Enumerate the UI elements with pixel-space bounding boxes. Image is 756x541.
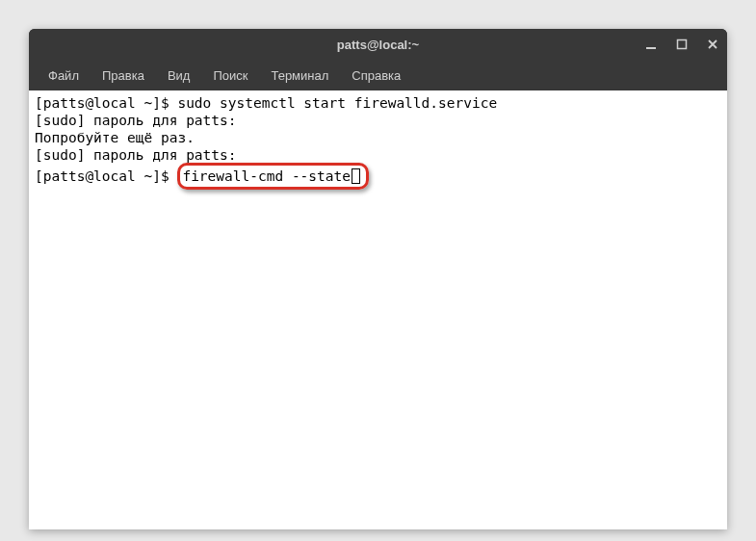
prompt: [patts@local ~]$ [35,168,177,184]
menu-help[interactable]: Справка [342,64,410,87]
terminal-line: Попробуйте ещё раз. [35,129,721,146]
terminal-output[interactable]: [patts@local ~]$ sudo systemctl start fi… [29,90,727,529]
window-title: patts@local:~ [337,38,419,52]
minimize-icon [645,39,657,50]
close-icon [707,39,718,50]
titlebar: patts@local:~ [29,29,727,60]
cursor-icon [352,168,360,184]
maximize-button[interactable] [675,38,689,51]
command-text: firewall-cmd --state [182,168,351,184]
terminal-line: [sudo] пароль для patts: [35,146,721,164]
close-button[interactable] [706,38,719,51]
terminal-window: patts@local:~ Файл Правка Вид Поиск Терм… [29,29,727,529]
menu-file[interactable]: Файл [39,64,89,87]
menu-search[interactable]: Поиск [203,64,257,87]
terminal-line: [patts@local ~]$ firewall-cmd --state [35,165,721,188]
menubar: Файл Правка Вид Поиск Терминал Справка [29,60,727,90]
menu-edit[interactable]: Правка [92,64,154,87]
menu-view[interactable]: Вид [158,64,200,87]
svg-rect-0 [646,47,656,49]
terminal-line: [patts@local ~]$ sudo systemctl start fi… [35,94,721,112]
window-controls [644,38,719,51]
minimize-button[interactable] [644,38,658,51]
highlighted-command: firewall-cmd --state [177,163,369,190]
menu-terminal[interactable]: Терминал [261,64,338,87]
svg-rect-1 [678,40,687,49]
terminal-line: [sudo] пароль для patts: [35,112,721,129]
maximize-icon [676,39,688,50]
